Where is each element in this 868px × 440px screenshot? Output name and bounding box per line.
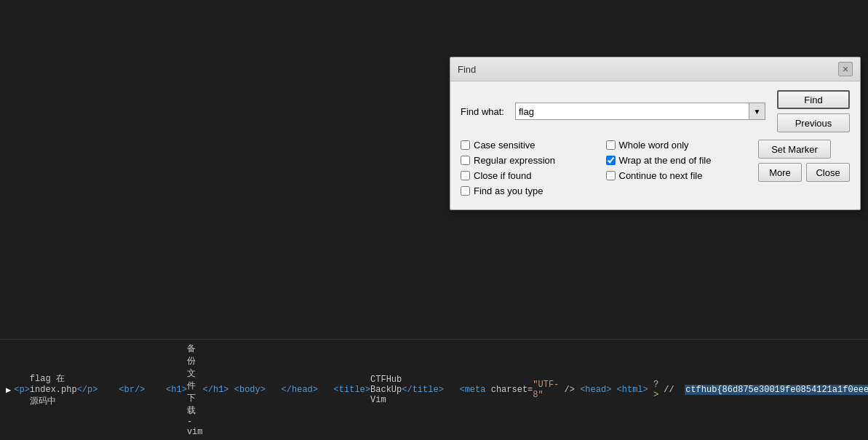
- previous-button[interactable]: Previous: [777, 113, 850, 132]
- code-text: [318, 385, 334, 395]
- code-tag: </h1>: [203, 385, 229, 395]
- regular-expression-row: Regular expression: [461, 155, 606, 166]
- bottom-code-area: ▶ <p> flag 在 index.php 源码中 </p> <br/> <h…: [0, 339, 868, 440]
- options-right-col: Whole word only Wrap at the end of file …: [606, 140, 752, 201]
- code-text: //: [658, 385, 685, 395]
- code-text: charset=: [485, 385, 533, 395]
- code-tag: <br/>: [119, 385, 145, 395]
- code-text: [97, 385, 119, 395]
- code-text: [444, 385, 460, 395]
- code-tag: <html>: [617, 385, 648, 395]
- find-what-label: Find what:: [461, 106, 515, 117]
- case-sensitive-row: Case sensitive: [461, 140, 606, 151]
- code-text: />: [559, 385, 580, 395]
- code-text: [648, 385, 653, 395]
- more-close-row: More Close: [758, 163, 850, 182]
- code-tag: <head>: [580, 385, 611, 395]
- options-columns: Case sensitive Regular expression Close …: [461, 140, 751, 201]
- find-as-you-type-row: Find as you type: [461, 185, 606, 196]
- code-text: 备份文件下载 - vim: [187, 343, 203, 437]
- find-what-row: Find what: ▼ Find Previous: [461, 90, 850, 132]
- dialog-titlebar: Find ×: [450, 57, 860, 81]
- code-tag: </title>: [402, 385, 444, 395]
- arrow-indicator: ▶: [6, 385, 11, 396]
- search-highlight: ctfhub{86d875e30019fe0854121a1f0eee5a5ff…: [685, 385, 868, 395]
- case-sensitive-label: Case sensitive: [474, 140, 535, 151]
- close-button[interactable]: Close: [806, 163, 850, 182]
- dialog-body: Find what: ▼ Find Previous Case s: [450, 81, 860, 209]
- primary-buttons: Find Previous: [777, 90, 850, 132]
- code-string: "UTF-8": [533, 380, 559, 400]
- case-sensitive-checkbox[interactable]: [461, 140, 470, 150]
- wrap-at-end-checkbox[interactable]: [606, 156, 616, 165]
- set-marker-button[interactable]: Set Marker: [758, 140, 831, 159]
- more-button[interactable]: More: [758, 163, 802, 182]
- code-text: [266, 385, 282, 395]
- whole-word-row: Whole word only: [606, 140, 752, 151]
- code-text: CTFHub BackUp Vim: [370, 375, 402, 405]
- code-text: [145, 385, 166, 395]
- continue-to-next-checkbox[interactable]: [606, 171, 616, 180]
- dialog-close-button[interactable]: ×: [838, 62, 853, 76]
- whole-word-checkbox[interactable]: [606, 140, 616, 150]
- options-and-buttons: Case sensitive Regular expression Close …: [461, 140, 850, 201]
- close-if-found-checkbox[interactable]: [461, 171, 470, 180]
- wrap-at-end-label: Wrap at the end of file: [619, 155, 712, 166]
- code-tag: <meta: [459, 385, 485, 395]
- find-input-container: ▼: [515, 103, 765, 120]
- code-text: [611, 385, 616, 395]
- find-dialog: Find × Find what: ▼ Find Previous: [450, 57, 861, 210]
- dialog-title: Find: [458, 64, 476, 75]
- secondary-buttons: Set Marker More Close: [758, 140, 850, 182]
- close-if-found-row: Close if found: [461, 170, 606, 181]
- regular-expression-checkbox[interactable]: [461, 156, 470, 165]
- continue-to-next-label: Continue to next file: [619, 170, 703, 181]
- options-left-col: Case sensitive Regular expression Close …: [461, 140, 606, 201]
- find-dropdown-button[interactable]: ▼: [749, 103, 765, 120]
- code-line: ▶ <p> flag 在 index.php 源码中 </p> <br/> <h…: [6, 343, 862, 437]
- whole-word-label: Whole word only: [619, 140, 689, 151]
- code-text: flag 在 index.php 源码中: [30, 372, 77, 407]
- find-as-you-type-checkbox[interactable]: [461, 186, 470, 196]
- wrap-at-end-row: Wrap at the end of file: [606, 155, 752, 166]
- code-tag: <body>: [234, 385, 266, 395]
- find-what-input[interactable]: [515, 103, 749, 120]
- close-if-found-label: Close if found: [474, 170, 532, 181]
- find-button[interactable]: Find: [777, 90, 850, 109]
- code-text: [229, 385, 234, 395]
- code-tag: <p>: [14, 385, 30, 395]
- code-tag: <h1>: [166, 385, 187, 395]
- code-tag: </p>: [77, 385, 98, 395]
- find-as-you-type-label: Find as you type: [474, 185, 543, 196]
- continue-to-next-row: Continue to next file: [606, 170, 752, 181]
- code-php: ?>: [653, 380, 658, 400]
- code-tag: <title>: [334, 385, 370, 395]
- code-tag: </head>: [282, 385, 318, 395]
- regular-expression-label: Regular expression: [474, 155, 555, 166]
